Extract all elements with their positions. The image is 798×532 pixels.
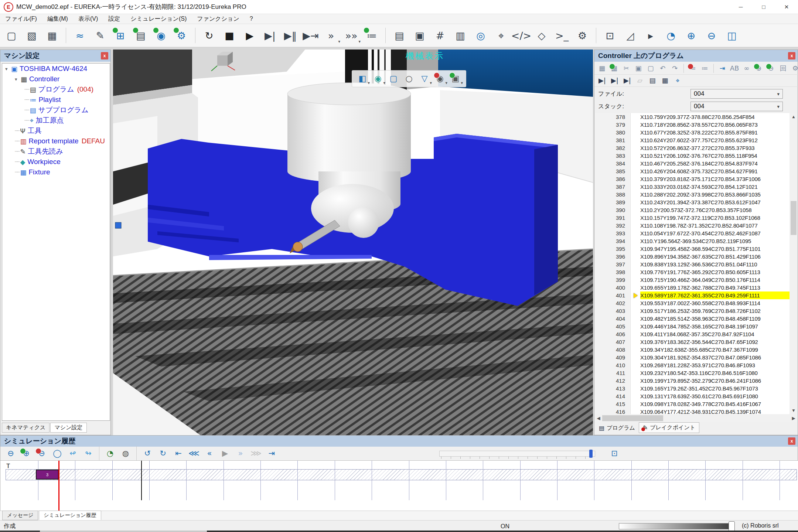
view-pin-select-icon[interactable]: ▣▾ — [449, 72, 462, 85]
tree-item-Report template[interactable]: ┄┄▥Report templateDEFAU — [2, 136, 110, 146]
gcode-line-387[interactable]: 387X110.333Y203.018Z-374.593C270.B54.12F… — [595, 183, 790, 191]
machine-tab-キネマティクス[interactable]: キネマティクス — [2, 423, 50, 433]
turbo-forward-icon[interactable]: »»▾ — [343, 27, 360, 44]
copy-icon[interactable]: ▣ — [633, 63, 644, 74]
gcode-line-414[interactable]: 414X109.131Y178.639Z-350.61C270.B45.691F… — [595, 392, 790, 400]
gcode-line-390[interactable]: 390X110.2Y200.573Z-372.76C270.B53.357F10… — [595, 206, 790, 214]
gauge-icon[interactable]: ◔ — [103, 448, 117, 460]
gcode-line-405[interactable]: 405X109.446Y184.785Z-358.165C270.B48.19F… — [595, 323, 790, 330]
document-viewer-icon[interactable]: ▥ — [452, 27, 469, 44]
gcode-line-385[interactable]: 385X110.426Y204.608Z-375.732C270.B54.627… — [595, 167, 790, 175]
history-zoom-in-icon[interactable]: ⊕ — [20, 448, 33, 460]
history-slider-thumb[interactable] — [589, 450, 593, 458]
tab-program[interactable]: ▤ プログラム — [595, 423, 639, 433]
program-origin-icon[interactable]: ⌖ — [672, 75, 683, 86]
gcode-line-393[interactable]: 393X110.054Y197.672Z-370.454C270.B52.462… — [595, 229, 790, 237]
program-doc-icon[interactable]: ▤ — [647, 75, 658, 86]
pan-right-icon[interactable]: ↬ — [82, 448, 95, 460]
gcode-line-412[interactable]: 412X109.199Y179.895Z-352.279C270.B46.241… — [595, 377, 790, 385]
reel-icon[interactable]: ◍ — [119, 448, 132, 460]
export-history-icon[interactable]: ⊡ — [608, 448, 621, 460]
menu-item-6[interactable]: ? — [250, 16, 253, 22]
maximize-button[interactable]: □ — [752, 0, 775, 14]
run-to-cursor-icon[interactable]: ▶| — [597, 75, 608, 86]
verify-structure-icon[interactable]: ⊞ — [112, 27, 129, 44]
gcode-line-378[interactable]: 378X110.759Y209.377Z-378.88C270.B56.254F… — [595, 113, 790, 121]
task-list-icon[interactable]: ≔ — [363, 27, 380, 44]
goto-line-icon[interactable]: ⇥ — [717, 63, 728, 74]
gcode-line-398[interactable]: 398X109.776Y191.776Z-365.292C270.B50.605… — [595, 268, 790, 276]
gcode-line-381[interactable]: 381X110.624Y207.602Z-377.757C270.B55.623… — [595, 136, 790, 144]
scroll-left-icon[interactable]: ◀ — [596, 415, 601, 422]
step-to-event-icon[interactable]: ▶‖ — [282, 27, 299, 44]
vertical-scrollbar[interactable]: ▲ ▼ — [790, 113, 797, 414]
redo-icon[interactable]: ↷ — [669, 63, 680, 74]
forward-icon[interactable]: » — [234, 448, 247, 460]
save-program-icon[interactable]: ▦ — [597, 63, 607, 74]
close-button[interactable]: ✕ — [775, 0, 798, 14]
scroll-right-icon[interactable]: ▶ — [791, 415, 797, 422]
rewind-icon[interactable]: « — [203, 448, 216, 460]
tree-item-TOSHIBA MCW-4624[interactable]: ▾▣TOSHIBA MCW-4624 — [2, 64, 110, 74]
gcode-line-406[interactable]: 406X109.411Y184.068Z-357.35C270.B47.92F1… — [595, 330, 790, 338]
magnifier-minus-icon[interactable]: ⊖ — [703, 27, 720, 44]
verify-clipboard-icon[interactable]: ▤ — [132, 27, 149, 44]
skip-end-icon[interactable]: ⇥ — [265, 448, 278, 460]
history-timeline[interactable]: T 3 / 0:01:400:03:200:05:000:06:400:08:2… — [0, 460, 798, 511]
paste-icon[interactable]: ▢ — [645, 63, 656, 74]
gcode-line-404[interactable]: 404X109.482Y185.514Z-358.963C270.B48.458… — [595, 315, 790, 323]
tab-simulation-history[interactable]: シミュレーション履歴 — [39, 511, 101, 520]
view-filter-icon[interactable]: ▽▾ — [418, 72, 431, 85]
timeline-black-cursor[interactable] — [141, 461, 142, 500]
tree-item-プログラム[interactable]: ┄┄▤プログラム(004) — [2, 84, 110, 95]
gcode-line-394[interactable]: 394X110.Y196.564Z-369.534C270.B52.119F10… — [595, 237, 790, 245]
status-quality-slider[interactable] — [619, 523, 734, 529]
gcode-line-397[interactable]: 397X109.838Y193.129Z-366.536C270.B51.04F… — [595, 260, 790, 268]
open-folder-icon[interactable]: ▱ — [634, 75, 645, 86]
view-fit-icon[interactable]: ▢ — [387, 72, 400, 85]
menu-item-2[interactable]: 表示(V) — [78, 15, 98, 23]
gcode-line-379[interactable]: 379X110.718Y208.856Z-378.557C270.B56.065… — [595, 121, 790, 129]
machine-panel-close-icon[interactable]: x — [101, 52, 108, 59]
tree-item-工具[interactable]: ┄┄Ψ工具 — [2, 126, 110, 136]
step-to-line-icon[interactable]: ▶| — [262, 27, 279, 44]
gcode-line-388[interactable]: 388X110.288Y202.209Z-373.998C270.B53.866… — [595, 191, 790, 198]
menu-item-3[interactable]: 設定 — [108, 15, 120, 23]
tree-item-Controller[interactable]: ▾▦Controller — [2, 74, 110, 84]
edit-pencil-icon[interactable]: ✎ — [92, 27, 109, 44]
time-magnifier-icon[interactable]: ◔ — [662, 27, 679, 44]
solids-box-icon[interactable]: ◫ — [723, 27, 740, 44]
history-zoom-all-icon[interactable]: ◯ — [51, 448, 64, 460]
new-file-icon[interactable]: ▢ — [3, 27, 20, 44]
magnifier-plus-icon[interactable]: ⊕ — [683, 27, 700, 44]
scroll-up-icon[interactable]: ▲ — [790, 114, 797, 120]
vertical-scroll-thumb[interactable] — [791, 201, 797, 235]
timeline-tool-block[interactable]: 3 — [36, 470, 59, 480]
step-back-icon[interactable]: ⋘ — [187, 448, 201, 460]
line-numbers-icon[interactable]: ≔ — [699, 63, 710, 74]
file-select[interactable]: 004 ▾ — [690, 89, 783, 99]
settings-gears-icon[interactable]: ⚙ — [574, 27, 591, 44]
report-info-icon[interactable]: ▣ — [411, 27, 428, 44]
expander-icon[interactable]: ▾ — [15, 76, 21, 82]
probe-cycle-icon[interactable]: ◎ — [472, 27, 489, 44]
expander-icon[interactable]: ▾ — [5, 66, 11, 72]
gcode-line-389[interactable]: 389X110.243Y201.394Z-373.387C270.B53.612… — [595, 198, 790, 206]
program-doc-info-icon[interactable]: ▦ — [659, 75, 671, 86]
tree-item-Fixture[interactable]: ┄┄▦Fixture — [2, 167, 110, 177]
gcode-line-410[interactable]: 410X109.268Y181.228Z-353.971C270.B46.8F1… — [595, 361, 790, 369]
protractor-icon[interactable]: ◿ — [622, 27, 639, 44]
stop-icon[interactable]: ■ — [221, 27, 238, 44]
tree-item-Playlist[interactable]: ┄┄≔Playlist — [2, 95, 110, 105]
save-file-icon[interactable]: ▦ — [44, 27, 61, 44]
find-add-icon[interactable]: ⊕ — [753, 63, 764, 74]
menu-item-4[interactable]: シミュレーション(S) — [130, 15, 187, 23]
pan-left-icon[interactable]: ↫ — [66, 448, 79, 460]
gcode-line-400[interactable]: 400X109.655Y189.178Z-362.788C270.B49.745… — [595, 284, 790, 291]
run-to-block-icon[interactable]: ▶| — [622, 75, 633, 86]
program-panel-close-icon[interactable]: x — [788, 52, 795, 59]
report-icon[interactable]: ▤ — [391, 27, 408, 44]
timeline-current-cursor[interactable] — [58, 461, 59, 511]
code-editor-icon[interactable]: </> — [513, 27, 530, 44]
select-block-icon[interactable]: 回 — [778, 63, 788, 74]
